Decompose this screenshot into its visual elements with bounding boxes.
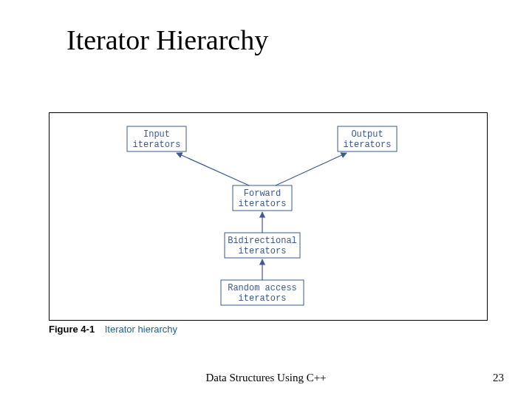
hierarchy-svg: Input iterators Output iterators Forward… xyxy=(50,113,487,320)
node-output-iterators: Output iterators xyxy=(338,126,397,151)
footer-center-text: Data Structures Using C++ xyxy=(0,372,532,384)
node-random-line2: iterators xyxy=(239,293,287,304)
node-forward-iterators: Forward iterators xyxy=(233,185,292,211)
node-output-line2: iterators xyxy=(344,140,392,150)
node-forward-line1: Forward xyxy=(244,188,281,199)
node-input-line2: iterators xyxy=(133,140,181,150)
figure-caption: Figure 4-1 Iterator hierarchy xyxy=(49,324,177,335)
figure-caption-text: Iterator hierarchy xyxy=(105,324,177,335)
footer-page-number: 23 xyxy=(493,372,504,384)
node-input-line1: Input xyxy=(143,129,170,140)
node-input-iterators: Input iterators xyxy=(127,126,186,151)
slide: Iterator Hierarchy Input iterators Outpu… xyxy=(0,0,532,399)
node-random-line1: Random access xyxy=(228,283,297,293)
page-title: Iterator Hierarchy xyxy=(66,24,268,56)
node-bidir-line2: iterators xyxy=(239,246,287,256)
edge-forward-to-output xyxy=(276,153,347,185)
node-bidirectional-iterators: Bidirectional iterators xyxy=(225,233,300,258)
figure-label: Figure 4-1 xyxy=(49,324,95,335)
node-forward-line2: iterators xyxy=(239,199,287,209)
node-output-line1: Output xyxy=(351,129,383,140)
iterator-hierarchy-figure: Input iterators Output iterators Forward… xyxy=(49,112,488,321)
edge-forward-to-input xyxy=(177,153,249,185)
node-bidir-line1: Bidirectional xyxy=(228,236,297,246)
node-random-access-iterators: Random access iterators xyxy=(221,280,304,305)
